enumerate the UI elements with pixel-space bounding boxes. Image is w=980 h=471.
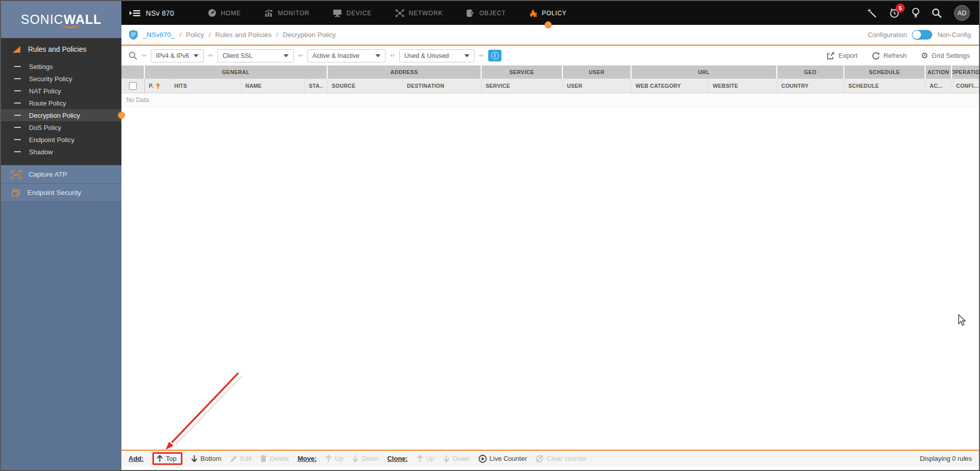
nav-item-monitor[interactable]: MONITOR [264, 9, 309, 17]
refresh-button[interactable]: Refresh [872, 52, 907, 60]
bottom-strip [121, 466, 979, 470]
column-destination[interactable]: DESTINATION [403, 79, 482, 93]
sidebar-item-route-policy[interactable]: Route Policy [1, 97, 121, 109]
dash-icon [14, 151, 21, 152]
live-counter-button[interactable]: Live Counter [479, 455, 527, 463]
column-user[interactable]: USER [563, 79, 631, 93]
sidebar-item-nat-policy[interactable]: NAT Policy [1, 85, 121, 97]
group-service: SERVICE [482, 65, 563, 79]
sidebar-item-shadow[interactable]: Shadow [1, 146, 121, 158]
user-avatar[interactable]: AD [954, 5, 970, 21]
sidebar-item-endpoint-security[interactable]: Endpoint Security [1, 184, 121, 202]
sidebar-item-decryption-policy[interactable]: Decryption Policy [1, 109, 121, 121]
table-search-icon[interactable] [129, 51, 137, 60]
sidebar-item-capture-atp[interactable]: ATP Capture ATP [1, 165, 121, 184]
edit-button[interactable]: Edit [230, 455, 251, 462]
filter-separator-icon [479, 53, 484, 58]
column-schedule[interactable]: SCHEDULE [844, 79, 926, 93]
active-state-dropdown[interactable]: Active & Inactive [307, 49, 386, 62]
delete-button[interactable]: Delete [260, 455, 289, 462]
column-country[interactable]: COUNTRY [777, 79, 844, 93]
column-configure[interactable]: CONFI... [952, 79, 980, 93]
column-service[interactable]: SERVICE [482, 79, 563, 93]
nav-item-object[interactable]: OBJECT [466, 9, 505, 17]
clone-down-button[interactable]: Down [443, 455, 469, 462]
notification-badge: 5 [896, 4, 905, 13]
add-bottom-button[interactable]: Bottom [191, 455, 222, 462]
sidebar-item-label: Settings [29, 63, 53, 71]
empty-table-message: No Data [121, 93, 979, 107]
move-down-button[interactable]: Down [352, 455, 378, 462]
grid-settings-button[interactable]: ⚙ Grid Settings [921, 52, 970, 60]
breadcrumb-item-rules-and-policies[interactable]: Rules and Policies [215, 31, 272, 39]
nav-item-device[interactable]: DEVICE [333, 9, 371, 17]
global-search-button[interactable] [932, 8, 942, 18]
filter-separator-icon [390, 53, 395, 58]
ruler-triangle-icon [12, 46, 21, 53]
column-priority[interactable]: P. [145, 79, 170, 93]
breadcrumb-item-policy[interactable]: Policy [186, 31, 204, 39]
wizard-wand-button[interactable] [867, 8, 877, 18]
collapse-sidebar-button[interactable] [130, 10, 141, 17]
column-hits[interactable]: HITS [170, 79, 241, 93]
sidebar-item-label: Decryption Policy [29, 112, 80, 119]
breadcrumb-separator: / [179, 31, 181, 39]
dash-icon [14, 66, 21, 67]
column-website[interactable]: WEBSITE [709, 79, 777, 93]
add-top-label: Top [166, 455, 177, 462]
refresh-icon [872, 52, 880, 60]
column-action[interactable]: AC... [926, 79, 952, 93]
sidebar-item-settings[interactable]: Settings [1, 60, 121, 73]
select-all-checkbox[interactable] [129, 82, 137, 90]
notifications-button[interactable]: 5 [889, 8, 900, 18]
info-button[interactable]: i [488, 50, 501, 61]
nav-item-home[interactable]: HOME [208, 9, 241, 17]
add-top-button[interactable]: Top [156, 455, 177, 462]
group-general: GENERAL [145, 65, 328, 79]
sidebar-item-endpoint-policy[interactable]: Endpoint Policy [1, 133, 121, 146]
sidebar-section-rules-and-policies[interactable]: Rules and Policies [1, 38, 121, 60]
ssl-type-dropdown[interactable]: Client SSL [217, 49, 294, 62]
edit-label: Edit [240, 455, 251, 462]
dash-icon [14, 90, 21, 91]
sidebar-item-label: Endpoint Policy [29, 136, 75, 144]
column-name[interactable]: NAME [241, 79, 305, 93]
column-status[interactable]: STA.. [305, 79, 328, 93]
config-mode-toggle[interactable] [912, 30, 932, 40]
firewall-shield-icon [129, 29, 138, 40]
column-web-category[interactable]: WEB CATEGORY [631, 79, 709, 93]
breadcrumb-bar: _NSv870_ / Policy / Rules and Policies /… [121, 25, 979, 46]
module-label: Endpoint Security [27, 189, 81, 196]
ip-version-dropdown[interactable]: IPv4 & IPv6 [151, 49, 204, 62]
capture-atp-icon: ATP [11, 171, 21, 179]
gear-icon: ⚙ [921, 52, 928, 60]
move-up-label: Up [335, 455, 343, 462]
device-monitor-icon [333, 9, 342, 17]
sort-ascending-icon[interactable] [155, 83, 161, 89]
clone-up-label: Up [426, 455, 435, 462]
logo-swoosh-icon [58, 23, 82, 29]
column-source[interactable]: SOURCE [328, 79, 403, 93]
rule-count-status: Displaying 0 rules [920, 455, 972, 462]
sidebar-item-dos-policy[interactable]: DoS Policy [1, 121, 121, 133]
sidebar-item-security-policy[interactable]: Security Policy [1, 73, 121, 85]
app-window: SONICWALL Rules and Policies Settings Se… [0, 0, 980, 471]
clone-up-button[interactable]: Up [417, 455, 435, 462]
arrow-down-icon [443, 455, 450, 462]
svg-text:ATP: ATP [13, 173, 20, 177]
clear-counter-button[interactable]: Clear counter [535, 455, 586, 462]
group-action: ACTION [926, 65, 952, 79]
breadcrumb-device-link[interactable]: _NSv870_ [143, 31, 175, 39]
used-state-dropdown[interactable]: Used & Unused [399, 49, 475, 62]
column-label: P. [149, 83, 153, 89]
nav-item-policy[interactable]: POLICY [529, 9, 567, 18]
arrow-up-icon [417, 455, 423, 462]
hints-button[interactable] [912, 8, 920, 18]
add-group-label: Add: [129, 455, 144, 462]
nav-item-network[interactable]: NETWORK [395, 9, 443, 17]
dropdown-value: Client SSL [223, 52, 252, 59]
move-group-label: Move: [298, 455, 317, 462]
move-up-button[interactable]: Up [325, 455, 343, 462]
breadcrumb-item-decryption-policy[interactable]: Decryption Policy [282, 31, 335, 39]
export-button[interactable]: Export [827, 52, 858, 60]
